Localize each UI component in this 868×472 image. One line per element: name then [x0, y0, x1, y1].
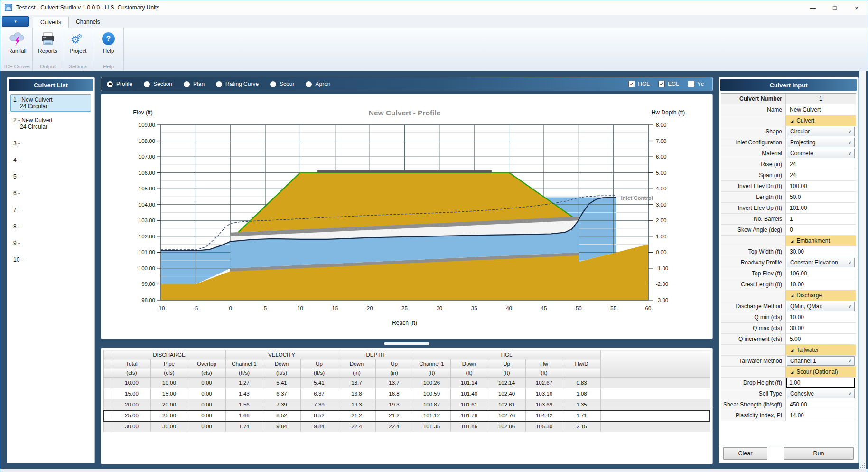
checkbox-hgl[interactable]: ✓HGL — [628, 81, 650, 87]
table-cell[interactable]: 25.00 — [150, 410, 188, 421]
table-cell[interactable]: 102.86 — [488, 421, 525, 432]
table-cell[interactable]: 1.08 — [563, 388, 600, 399]
culvert-list-item-10[interactable]: 10 - — [10, 255, 91, 265]
table-cell[interactable]: 0.83 — [563, 378, 600, 388]
pg-section-tailwater[interactable]: ◢Tailwater — [721, 345, 856, 356]
table-cell[interactable]: 1.71 — [563, 410, 600, 421]
splitter-handle[interactable] — [384, 342, 429, 345]
pg-section-culvert[interactable]: ◢Culvert — [721, 115, 856, 126]
clear-button[interactable]: Clear — [723, 447, 767, 460]
length-ft-value[interactable]: 50.0 — [786, 192, 856, 202]
reports-button[interactable]: Reports — [33, 30, 63, 54]
table-cell[interactable]: 101.61 — [450, 399, 488, 410]
table-cell[interactable]: 13.7 — [338, 378, 375, 388]
span-in-value[interactable]: 24 — [786, 170, 856, 180]
table-row[interactable]: 30.0030.000.001.749.849.8422.422.4101.35… — [103, 421, 710, 432]
table-cell[interactable]: 104.42 — [525, 410, 563, 421]
table-cell[interactable]: 0.00 — [188, 378, 225, 388]
table-cell[interactable]: 21.2 — [338, 410, 375, 421]
rise-in-value[interactable]: 24 — [786, 159, 856, 170]
radio-scour[interactable]: Scour — [270, 81, 294, 87]
table-cell[interactable]: 19.3 — [375, 399, 413, 410]
table-cell[interactable]: 100.59 — [413, 388, 450, 399]
rainfall-button[interactable]: Rainfall — [2, 30, 32, 54]
q-min-cfs-value[interactable]: 10.00 — [786, 312, 856, 322]
table-cell[interactable]: 1.56 — [225, 399, 263, 410]
table-cell[interactable]: 0.00 — [188, 410, 225, 421]
table-cell[interactable]: 9.84 — [263, 421, 300, 432]
table-cell[interactable]: 101.86 — [450, 421, 488, 432]
invert-elev-up-ft-value[interactable]: 101.00 — [786, 203, 856, 213]
help-button[interactable]: ?Help — [93, 30, 123, 54]
table-cell[interactable]: 22.4 — [338, 421, 375, 432]
table-cell[interactable]: 1.66 — [225, 410, 263, 421]
table-cell[interactable]: 15.00 — [150, 388, 188, 399]
shape-dropdown[interactable]: Circular∨ — [787, 127, 855, 136]
table-cell[interactable]: 105.30 — [525, 421, 563, 432]
table-cell[interactable]: 5.41 — [263, 378, 300, 388]
discharge-method-dropdown[interactable]: QMin, QMax∨ — [787, 302, 855, 311]
plasticity-index-pi-value[interactable]: 14.00 — [786, 410, 856, 421]
table-cell[interactable]: 102.76 — [488, 410, 525, 421]
table-cell[interactable]: 5.41 — [300, 378, 338, 388]
table-cell[interactable]: 101.40 — [450, 388, 488, 399]
table-cell[interactable]: 1.43 — [225, 388, 263, 399]
table-cell[interactable]: 102.67 — [525, 378, 563, 388]
table-row[interactable]: 20.0020.000.001.567.397.3919.319.3100.87… — [103, 399, 710, 410]
table-cell[interactable]: 6.37 — [263, 388, 300, 399]
table-row[interactable]: 25.0025.000.001.668.528.5221.221.2101.12… — [103, 410, 710, 421]
radio-apron[interactable]: Apron — [306, 81, 330, 87]
culvert-list-item-9[interactable]: 9 - — [10, 238, 91, 248]
pg-section-embankment[interactable]: ◢Embankment — [721, 236, 856, 246]
table-cell[interactable]: 10.00 — [150, 378, 188, 388]
table-cell[interactable]: 102.61 — [488, 399, 525, 410]
table-cell[interactable]: 19.3 — [338, 399, 375, 410]
table-cell[interactable]: 0.00 — [188, 421, 225, 432]
soil-type-dropdown[interactable]: Cohesive∨ — [787, 389, 855, 398]
culvert-list-item-2[interactable]: 2 - New Culvert24 Circular — [10, 115, 91, 132]
checkbox-egl[interactable]: ✓EGL — [658, 81, 679, 87]
culvert-list-item-7[interactable]: 7 - — [10, 205, 91, 215]
top-width-ft-value[interactable]: 30.00 — [786, 246, 856, 257]
culvert-list-item-5[interactable]: 5 - — [10, 171, 91, 182]
q-max-cfs-value[interactable]: 30.00 — [786, 323, 856, 333]
table-cell[interactable]: 6.37 — [300, 388, 338, 399]
table-cell[interactable]: 21.2 — [375, 410, 413, 421]
name-value[interactable]: New Culvert — [786, 104, 856, 115]
q-increment-cfs-value[interactable]: 5.00 — [786, 334, 856, 344]
radio-section[interactable]: Section — [144, 81, 172, 87]
tab-channels[interactable]: Channels — [69, 17, 107, 28]
table-cell[interactable]: 9.84 — [300, 421, 338, 432]
skew-angle-deg-value[interactable]: 0 — [786, 225, 856, 235]
table-cell[interactable]: 103.16 — [525, 388, 563, 399]
table-cell[interactable]: 22.4 — [375, 421, 413, 432]
checkbox-yc[interactable]: Yc — [688, 81, 704, 87]
project-button[interactable]: ⚙⚙Project — [63, 30, 93, 54]
table-cell[interactable]: 16.8 — [338, 388, 375, 399]
table-cell[interactable]: 1.74 — [225, 421, 263, 432]
table-cell[interactable]: 16.8 — [375, 388, 413, 399]
culvert-list-item-1[interactable]: 1 - New Culvert24 Circular — [10, 94, 91, 112]
table-cell[interactable]: 25.00 — [113, 410, 150, 421]
table-row[interactable]: 15.0015.000.001.436.376.3716.816.8100.59… — [103, 388, 710, 399]
inlet-configuration-dropdown[interactable]: Projecting∨ — [787, 138, 855, 147]
table-cell[interactable]: 100.26 — [413, 378, 450, 388]
close-button[interactable]: × — [846, 0, 868, 15]
pg-section-scour-optional[interactable]: ◢Scour (Optional) — [721, 367, 856, 378]
table-cell[interactable]: 30.00 — [150, 421, 188, 432]
top-elev-ft-value[interactable]: 106.00 — [786, 268, 856, 279]
table-cell[interactable]: 0.00 — [188, 388, 225, 399]
culvert-list-item-4[interactable]: 4 - — [10, 155, 91, 165]
drop-height-ft-input[interactable]: 1.00 — [786, 378, 855, 388]
table-cell[interactable]: 20.00 — [150, 399, 188, 410]
shear-strength-lb-sqft-value[interactable]: 450.00 — [786, 399, 856, 410]
table-cell[interactable]: 7.39 — [300, 399, 338, 410]
pg-section-discharge[interactable]: ◢Discharge — [721, 290, 856, 301]
table-cell[interactable]: 20.00 — [113, 399, 150, 410]
tab-culverts[interactable]: Culverts — [33, 17, 69, 28]
table-cell[interactable]: 10.00 — [113, 378, 150, 388]
resize-grip[interactable] — [860, 463, 866, 468]
material-dropdown[interactable]: Concrete∨ — [787, 149, 855, 158]
minimize-button[interactable]: — — [802, 0, 824, 15]
radio-profile[interactable]: Profile — [107, 81, 132, 87]
